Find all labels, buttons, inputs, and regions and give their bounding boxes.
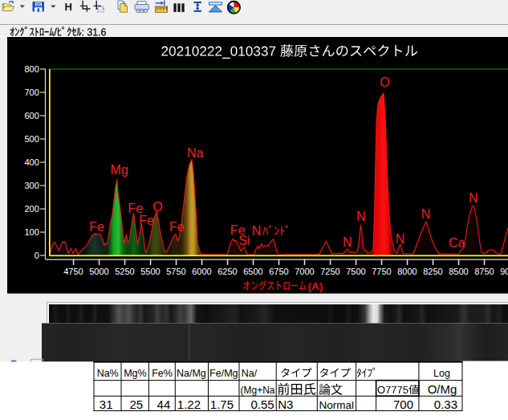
svg-text:44: 44 <box>157 398 171 411</box>
svg-text:7500: 7500 <box>346 267 365 276</box>
svg-text:N3: N3 <box>278 398 293 411</box>
svg-text:5750: 5750 <box>166 267 185 276</box>
svg-text:6250: 6250 <box>217 267 237 276</box>
svg-text:Normal: Normal <box>319 399 355 411</box>
svg-text:0.55: 0.55 <box>251 398 274 411</box>
svg-text:6000: 6000 <box>192 267 211 276</box>
svg-text:200: 200 <box>24 204 39 214</box>
svg-text:(A): (A) <box>308 280 323 292</box>
svg-text:Fe: Fe <box>139 214 154 227</box>
svg-text:Fe: Fe <box>169 220 185 234</box>
svg-text:8750: 8750 <box>474 267 494 276</box>
svg-text:Fe: Fe <box>89 220 104 234</box>
svg-text:7000: 7000 <box>295 267 314 276</box>
svg-text:Fe%: Fe% <box>152 368 173 379</box>
svg-text:0: 0 <box>35 251 39 260</box>
svg-text:O/Mg: O/Mg <box>428 382 457 396</box>
svg-text:400: 400 <box>24 157 39 167</box>
svg-text:100: 100 <box>24 227 39 237</box>
svg-text:Na%: Na% <box>97 368 119 379</box>
svg-text:25: 25 <box>129 398 143 411</box>
svg-text:600: 600 <box>24 111 39 120</box>
svg-text:31: 31 <box>100 398 113 411</box>
svg-text:O: O <box>380 75 389 89</box>
svg-text:5500: 5500 <box>140 267 160 276</box>
svg-text:Si: Si <box>238 234 250 247</box>
svg-text:0.33: 0.33 <box>434 398 457 411</box>
svg-text:Fe/Mg: Fe/Mg <box>209 368 238 379</box>
svg-text:1.22: 1.22 <box>177 398 201 411</box>
svg-text:7250: 7250 <box>320 267 339 276</box>
svg-text:8000: 8000 <box>397 267 417 276</box>
svg-text:1.75: 1.75 <box>210 398 234 411</box>
svg-text:800: 800 <box>24 64 39 74</box>
svg-text:N: N <box>396 232 405 246</box>
svg-text:N: N <box>356 210 366 223</box>
svg-text:Na/Mg: Na/Mg <box>177 368 206 379</box>
svg-text:N: N <box>252 224 262 238</box>
svg-text:Ca: Ca <box>449 236 465 250</box>
svg-text:300: 300 <box>24 181 39 190</box>
svg-text:Na: Na <box>187 146 204 160</box>
svg-text:5250: 5250 <box>115 267 134 276</box>
svg-text:Na/: Na/ <box>242 368 258 379</box>
svg-text:6750: 6750 <box>269 267 288 276</box>
svg-text:O: O <box>152 200 162 214</box>
svg-text:9000: 9000 <box>500 267 508 276</box>
svg-text:Mg%: Mg% <box>124 368 146 379</box>
svg-text:700: 700 <box>393 398 413 411</box>
svg-text:5000: 5000 <box>89 267 108 276</box>
svg-text:N: N <box>421 207 431 221</box>
svg-text:7750: 7750 <box>372 267 391 276</box>
svg-text:Fe: Fe <box>128 202 143 215</box>
svg-text:500: 500 <box>24 134 39 144</box>
svg-text:700: 700 <box>24 88 39 97</box>
svg-text:N: N <box>343 235 352 249</box>
svg-text:N: N <box>469 191 478 205</box>
svg-text:6500: 6500 <box>243 267 262 276</box>
svg-text:Log: Log <box>433 368 450 379</box>
svg-text:4750: 4750 <box>63 267 83 276</box>
svg-text:(Mg+Na: (Mg+Na <box>241 385 275 396</box>
svg-text:H: H <box>65 1 72 13</box>
svg-text:Mg: Mg <box>111 163 128 177</box>
svg-text:8250: 8250 <box>423 267 442 276</box>
svg-text:8500: 8500 <box>449 267 468 276</box>
